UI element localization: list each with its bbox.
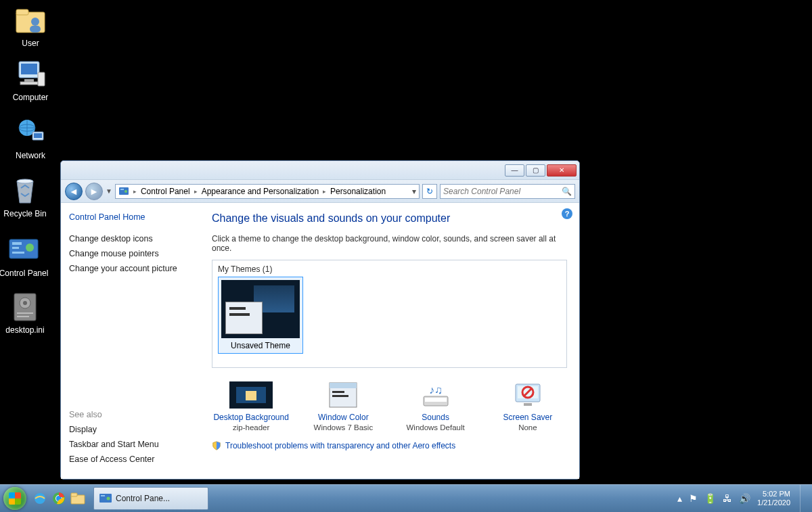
theme-item-selected[interactable]: Unsaved Theme	[218, 277, 303, 354]
themes-group-header: My Themes (1)	[218, 264, 561, 274]
svg-rect-22	[17, 312, 33, 314]
network-icon	[14, 116, 47, 149]
svg-rect-29	[246, 391, 256, 400]
tray-network-icon[interactable]: 🖧	[723, 493, 732, 504]
icon-label: Control Panel	[0, 269, 50, 278]
svg-point-17	[26, 243, 34, 252]
option-title: Desktop Background	[212, 413, 290, 422]
forward-button[interactable]: ►	[85, 183, 103, 200]
svg-rect-1	[16, 9, 28, 15]
tray-battery-icon[interactable]: 🔋	[704, 493, 716, 504]
breadcrumb-arrow-icon[interactable]: ▸	[133, 188, 137, 195]
option-window-color[interactable]: Window Color Windows 7 Basic	[304, 380, 382, 432]
svg-point-26	[125, 190, 127, 193]
svg-rect-25	[120, 189, 124, 190]
control-panel-icon	[7, 234, 40, 266]
minimize-button[interactable]: —	[505, 164, 524, 177]
troubleshoot-row: Troubleshoot problems with transparency …	[212, 441, 567, 450]
icon-label: Recycle Bin	[0, 209, 51, 218]
see-also-display[interactable]: Display	[69, 425, 191, 434]
desktop-icon-computer[interactable]: Computer	[4, 58, 57, 102]
refresh-button[interactable]: ↻	[422, 184, 437, 199]
system-tray: ▴ ⚑ 🔋 🖧 🔊 5:02 PM 1/21/2020	[677, 485, 812, 513]
see-also-ease-of-access[interactable]: Ease of Access Center	[69, 455, 191, 464]
svg-rect-6	[24, 79, 34, 82]
tray-flag-icon[interactable]: ⚑	[689, 493, 698, 504]
svg-rect-49	[101, 495, 105, 496]
svg-rect-5	[21, 64, 37, 74]
option-title: Sounds	[397, 413, 475, 422]
see-also-taskbar[interactable]: Taskbar and Start Menu	[69, 440, 191, 449]
breadcrumb-bar[interactable]: ▸ Control Panel ▸ Appearance and Persona…	[115, 184, 420, 199]
svg-point-13	[17, 179, 33, 183]
address-dropdown[interactable]: ▾	[412, 187, 416, 196]
breadcrumb-segment[interactable]: Control Panel	[141, 187, 190, 196]
option-sounds[interactable]: ♪♫ Sounds Windows Default	[397, 380, 475, 432]
theme-name: Unsaved Theme	[221, 341, 300, 350]
troubleshoot-link[interactable]: Troubleshoot problems with transparency …	[225, 441, 455, 450]
taskbar-button-control-panel[interactable]: Control Pane...	[93, 487, 208, 510]
computer-icon	[14, 58, 47, 91]
svg-point-2	[31, 18, 39, 26]
svg-rect-33	[332, 395, 348, 397]
ie-icon	[33, 492, 47, 505]
desktop-icon-network[interactable]: Network	[4, 116, 57, 160]
pinned-ie[interactable]	[31, 488, 49, 509]
desktop-background-icon	[212, 380, 290, 410]
icon-label: Network	[4, 151, 57, 160]
svg-rect-31	[330, 383, 357, 388]
sidebar-link-mouse-pointers[interactable]: Change mouse pointers	[69, 249, 191, 258]
desktop-icon-recycle-bin[interactable]: Recycle Bin	[0, 174, 51, 218]
sidebar-link-account-picture[interactable]: Change your account picture	[69, 264, 191, 273]
svg-rect-32	[332, 391, 344, 393]
ini-file-icon	[9, 291, 41, 323]
maximize-button[interactable]: ▢	[526, 164, 545, 177]
search-icon[interactable]: 🔍	[562, 187, 572, 196]
desktop-icon-desktop-ini[interactable]: desktop.ini	[0, 291, 51, 335]
pinned-chrome[interactable]	[50, 488, 68, 509]
help-icon[interactable]: ?	[562, 208, 572, 219]
icon-label: User	[4, 39, 57, 48]
chrome-icon	[52, 492, 66, 505]
option-desktop-background[interactable]: Desktop Background zip-header	[212, 380, 290, 432]
search-input[interactable]	[443, 187, 562, 196]
option-screen-saver[interactable]: Screen Saver None	[489, 380, 567, 432]
control-panel-window: — ▢ ✕ ◄ ► ▼ ▸ Control Panel ▸ Appearance…	[60, 160, 580, 480]
breadcrumb-segment[interactable]: Appearance and Personalization	[202, 187, 319, 196]
back-button[interactable]: ◄	[65, 183, 83, 200]
taskbar-clock[interactable]: 5:02 PM 1/21/2020	[757, 490, 793, 507]
folder-user-icon	[14, 4, 47, 37]
tray-volume-icon[interactable]: 🔊	[739, 493, 750, 504]
nav-history-dropdown[interactable]: ▼	[106, 187, 112, 195]
breadcrumb-arrow-icon[interactable]: ▸	[323, 188, 326, 195]
svg-rect-16	[12, 247, 19, 249]
titlebar[interactable]: — ▢ ✕	[61, 161, 579, 180]
option-title: Screen Saver	[489, 413, 567, 422]
start-button[interactable]	[0, 485, 30, 513]
svg-rect-12	[34, 133, 42, 138]
sidebar-link-desktop-icons[interactable]: Change desktop icons	[69, 234, 191, 243]
show-desktop-button[interactable]	[800, 485, 808, 513]
explorer-icon	[70, 492, 85, 505]
pinned-explorer[interactable]	[69, 488, 87, 509]
option-value: zip-header	[212, 423, 290, 432]
search-box[interactable]: 🔍	[440, 184, 575, 199]
tray-show-hidden-icon[interactable]: ▴	[677, 493, 682, 504]
desktop-icon-user[interactable]: User	[4, 4, 57, 48]
option-value: Windows Default	[397, 423, 475, 432]
desktop-icon-control-panel[interactable]: Control Panel	[0, 234, 50, 278]
taskbar-button-label: Control Pane...	[116, 494, 170, 503]
control-panel-small-icon	[118, 186, 129, 197]
clock-date: 1/21/2020	[757, 498, 790, 507]
sidebar: Control Panel Home Change desktop icons …	[61, 203, 200, 479]
close-button[interactable]: ✕	[547, 164, 577, 177]
breadcrumb-arrow-icon[interactable]: ▸	[194, 188, 198, 195]
themes-list[interactable]: My Themes (1) Unsaved Theme	[212, 260, 567, 368]
svg-rect-7	[20, 82, 38, 85]
breadcrumb-segment[interactable]: Personalization	[330, 187, 386, 196]
shield-icon	[212, 441, 221, 450]
control-panel-home-link[interactable]: Control Panel Home	[69, 212, 191, 222]
svg-rect-23	[17, 316, 29, 317]
option-value: Windows 7 Basic	[304, 423, 382, 432]
page-title: Change the visuals and sounds on your co…	[212, 212, 567, 225]
